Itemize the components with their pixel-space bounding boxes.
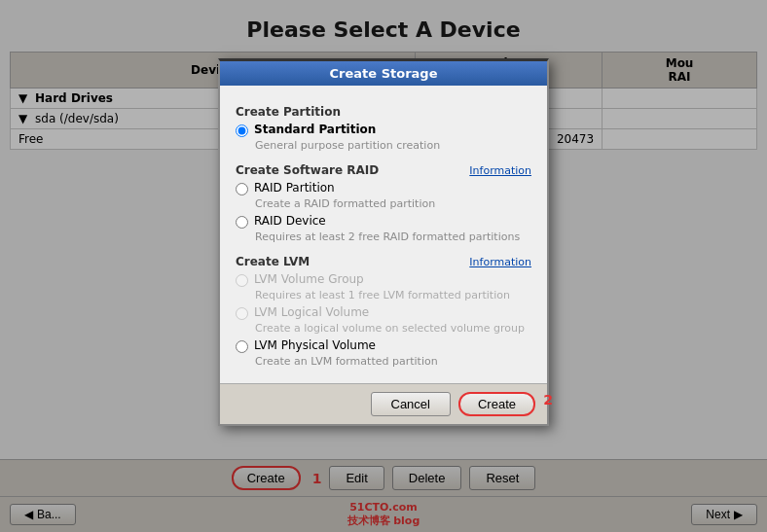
section-lvm-label: Create LVM bbox=[236, 255, 310, 268]
radio-lvm-logical-volume: LVM Logical Volume bbox=[236, 305, 531, 320]
lvm-volume-group-desc: Requires at least 1 free LVM formatted p… bbox=[255, 289, 531, 301]
create-storage-modal: Create Storage Create Partition Standard… bbox=[218, 58, 549, 426]
section-software-raid: Create Software RAID Information bbox=[236, 156, 531, 181]
lvm-volume-group-label[interactable]: LVM Volume Group bbox=[254, 272, 364, 286]
section-software-raid-label: Create Software RAID bbox=[236, 163, 379, 177]
lvm-physical-volume-radio[interactable] bbox=[236, 340, 248, 353]
software-raid-info[interactable]: Information bbox=[469, 164, 531, 177]
standard-partition-desc: General purpose partition creation bbox=[255, 139, 531, 152]
modal-create-button[interactable]: Create bbox=[458, 392, 535, 416]
annotation-2: 2 bbox=[543, 392, 553, 408]
standard-partition-label[interactable]: Standard Partition bbox=[254, 123, 376, 136]
lvm-physical-volume-label[interactable]: LVM Physical Volume bbox=[254, 338, 376, 352]
modal-footer: Cancel Create 2 bbox=[220, 383, 547, 424]
radio-lvm-physical-volume: LVM Physical Volume bbox=[236, 338, 531, 353]
raid-partition-desc: Create a RAID formatted partition bbox=[255, 197, 531, 210]
lvm-logical-volume-radio[interactable] bbox=[236, 307, 248, 320]
lvm-logical-volume-label[interactable]: LVM Logical Volume bbox=[254, 305, 369, 319]
radio-raid-partition: RAID Partition bbox=[236, 181, 531, 195]
modal-body: Create Partition Standard Partition Gene… bbox=[220, 86, 547, 383]
section-create-partition-label: Create Partition bbox=[236, 105, 531, 119]
raid-device-label[interactable]: RAID Device bbox=[254, 214, 326, 228]
lvm-info[interactable]: Information bbox=[469, 256, 531, 268]
raid-device-radio[interactable] bbox=[236, 216, 248, 229]
modal-overlay: Create Storage Create Partition Standard… bbox=[0, 0, 767, 532]
radio-standard-partition: Standard Partition bbox=[236, 123, 531, 137]
modal-titlebar: Create Storage bbox=[220, 61, 547, 86]
lvm-volume-group-radio[interactable] bbox=[236, 274, 248, 287]
raid-device-desc: Requires at least 2 free RAID formatted … bbox=[255, 231, 531, 243]
raid-partition-radio[interactable] bbox=[236, 183, 248, 195]
modal-title: Create Storage bbox=[330, 66, 438, 81]
cancel-button[interactable]: Cancel bbox=[371, 392, 451, 416]
raid-partition-label[interactable]: RAID Partition bbox=[254, 181, 335, 195]
radio-raid-device: RAID Device bbox=[236, 214, 531, 229]
radio-lvm-volume-group: LVM Volume Group bbox=[236, 272, 531, 287]
section-lvm: Create LVM Information bbox=[236, 247, 531, 272]
lvm-logical-volume-desc: Create a logical volume on selected volu… bbox=[255, 322, 531, 335]
lvm-physical-volume-desc: Create an LVM formatted partition bbox=[255, 355, 531, 368]
standard-partition-radio[interactable] bbox=[236, 124, 248, 137]
